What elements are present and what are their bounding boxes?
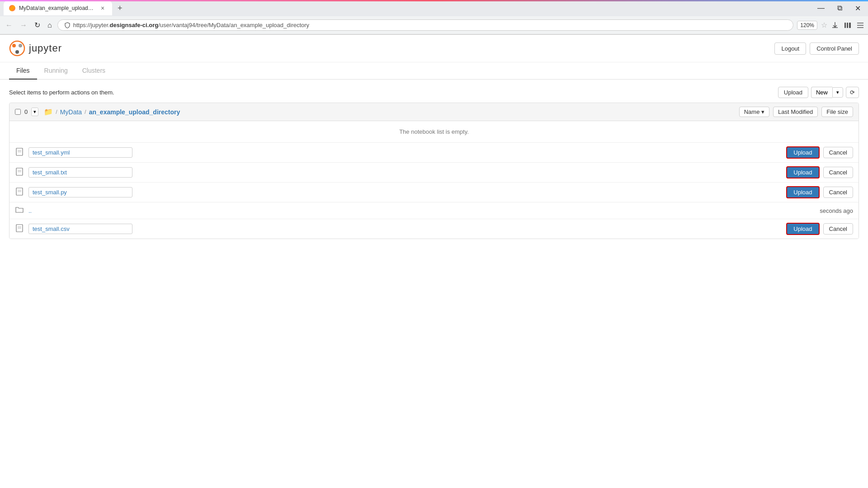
upload-file-btn-py[interactable]: Upload	[786, 186, 819, 198]
breadcrumb-sep1: /	[56, 108, 57, 115]
filename-input-yml[interactable]	[28, 147, 132, 158]
file-size-sort-btn[interactable]: File size	[821, 107, 853, 117]
file-row-right: Upload Cancel	[786, 166, 853, 178]
download-icon[interactable]	[831, 21, 839, 29]
forward-btn[interactable]: →	[18, 19, 29, 31]
tab-title: MyData/an_example_upload_d...	[19, 5, 95, 11]
breadcrumb: 📁 / MyData / an_example_upload_directory	[44, 108, 735, 116]
svg-point-4	[12, 44, 16, 47]
new-main-button[interactable]: New	[811, 87, 832, 98]
new-button-group: New ▾	[811, 87, 843, 98]
cancel-file-btn-py[interactable]: Cancel	[823, 187, 853, 198]
minimize-btn[interactable]: —	[814, 4, 828, 13]
home-btn[interactable]: ⌂	[46, 19, 54, 31]
new-tab-btn[interactable]: +	[114, 4, 126, 13]
select-message: Select items to perform actions on them.	[9, 89, 114, 96]
file-icon	[15, 148, 24, 158]
library-icon[interactable]	[844, 21, 852, 29]
browser-right-controls	[831, 21, 864, 29]
parent-folder-link[interactable]: ..	[28, 207, 32, 214]
breadcrumb-mydata[interactable]: MyData	[60, 108, 82, 116]
file-icon	[15, 224, 24, 234]
tab-favicon	[9, 5, 15, 11]
filename-input-txt[interactable]	[28, 167, 132, 178]
file-list-header: 0 ▾ 📁 / MyData / an_example_upload_direc…	[9, 103, 859, 121]
filename-input-csv[interactable]	[28, 224, 132, 234]
refresh-button[interactable]: ⟳	[846, 87, 859, 98]
upload-file-btn-txt[interactable]: Upload	[786, 166, 819, 178]
file-row-right: Upload Cancel	[786, 146, 853, 159]
zoom-level: 120%	[797, 21, 817, 30]
folder-row: .. seconds ago	[9, 202, 859, 219]
url-text: https://jupyter.designsafe-ci.org/user/v…	[73, 22, 309, 28]
column-headers: Name ▾ Last Modified File size	[739, 107, 853, 117]
tab-files[interactable]: Files	[9, 62, 37, 80]
file-list-container: 0 ▾ 📁 / MyData / an_example_upload_direc…	[9, 103, 859, 239]
last-modified-sort-btn[interactable]: Last Modified	[773, 107, 818, 117]
breadcrumb-current: an_example_upload_directory	[89, 108, 180, 116]
count-caret-btn[interactable]: ▾	[31, 108, 38, 116]
tab-running[interactable]: Running	[37, 62, 75, 80]
svg-point-5	[19, 44, 22, 47]
close-btn[interactable]: ✕	[851, 4, 864, 13]
new-caret-button[interactable]: ▾	[832, 87, 843, 98]
url-path: /user/vantaj94/tree/MyData/an_example_up…	[158, 22, 309, 28]
file-row: Upload Cancel	[9, 183, 859, 202]
file-row: Upload Cancel	[9, 219, 859, 239]
cancel-file-btn-csv[interactable]: Cancel	[823, 223, 853, 235]
jupyter-logo: jupyter	[9, 40, 62, 56]
logout-button[interactable]: Logout	[774, 42, 806, 55]
header-buttons: Logout Control Panel	[774, 42, 859, 55]
file-row-right: Upload Cancel	[786, 223, 853, 235]
tab-close-btn[interactable]: ×	[99, 4, 107, 12]
menu-icon[interactable]	[856, 21, 864, 29]
svg-rect-2	[849, 23, 851, 28]
restore-btn[interactable]: ⧉	[834, 4, 846, 13]
svg-point-6	[15, 50, 19, 54]
upload-button[interactable]: Upload	[778, 87, 808, 98]
control-panel-button[interactable]: Control Panel	[810, 42, 859, 55]
svg-rect-0	[844, 23, 846, 28]
jupyter-logo-text: jupyter	[29, 42, 62, 54]
active-tab[interactable]: MyData/an_example_upload_d... ×	[4, 1, 112, 15]
folder-icon: 📁	[44, 108, 53, 116]
select-all-checkbox[interactable]	[15, 109, 21, 115]
url-bar[interactable]: https://jupyter.designsafe-ci.org/user/v…	[57, 19, 794, 31]
file-icon	[15, 188, 24, 197]
svg-rect-1	[847, 23, 848, 28]
filename-input-py[interactable]	[28, 187, 132, 197]
loading-bar	[0, 0, 868, 1]
tab-bar: MyData/an_example_upload_d... × + — ⧉ ✕	[0, 0, 868, 16]
reload-btn[interactable]: ↻	[33, 19, 42, 31]
name-sort-btn[interactable]: Name ▾	[739, 107, 769, 117]
address-bar: ← → ↻ ⌂ https://jupyter.designsafe-ci.or…	[0, 16, 868, 34]
folder-icon	[15, 206, 24, 215]
shield-icon	[64, 22, 71, 28]
url-protocol: https://jupyter.	[73, 22, 110, 28]
jupyter-logo-icon	[9, 40, 25, 56]
browser-chrome: MyData/an_example_upload_d... × + — ⧉ ✕ …	[0, 0, 868, 35]
nav-tabs: Files Running Clusters	[0, 62, 868, 80]
file-row: Upload Cancel	[9, 143, 859, 163]
back-btn[interactable]: ←	[4, 19, 14, 31]
page-content: jupyter Logout Control Panel Files Runni…	[0, 35, 868, 488]
breadcrumb-sep2: /	[85, 108, 86, 115]
jupyter-header: jupyter Logout Control Panel	[0, 35, 868, 62]
cancel-file-btn-txt[interactable]: Cancel	[823, 167, 853, 178]
upload-file-btn-csv[interactable]: Upload	[786, 223, 819, 235]
file-row-right: seconds ago	[820, 207, 853, 214]
window-controls: — ⧉ ✕	[814, 4, 864, 13]
file-row: Upload Cancel	[9, 163, 859, 183]
bookmark-icon[interactable]: ☆	[821, 21, 827, 29]
folder-time: seconds ago	[820, 207, 853, 214]
cancel-file-btn-yml[interactable]: Cancel	[823, 147, 853, 158]
main-content: Select items to perform actions on them.…	[0, 80, 868, 246]
url-domain: designsafe-ci.org	[110, 22, 159, 28]
upload-file-btn-yml[interactable]: Upload	[786, 146, 819, 159]
file-row-right: Upload Cancel	[786, 186, 853, 198]
tab-clusters[interactable]: Clusters	[75, 62, 113, 80]
selected-count: 0	[24, 108, 28, 115]
file-icon	[15, 168, 24, 178]
empty-message: The notebook list is empty.	[9, 121, 859, 143]
toolbar: Select items to perform actions on them.…	[9, 87, 859, 98]
